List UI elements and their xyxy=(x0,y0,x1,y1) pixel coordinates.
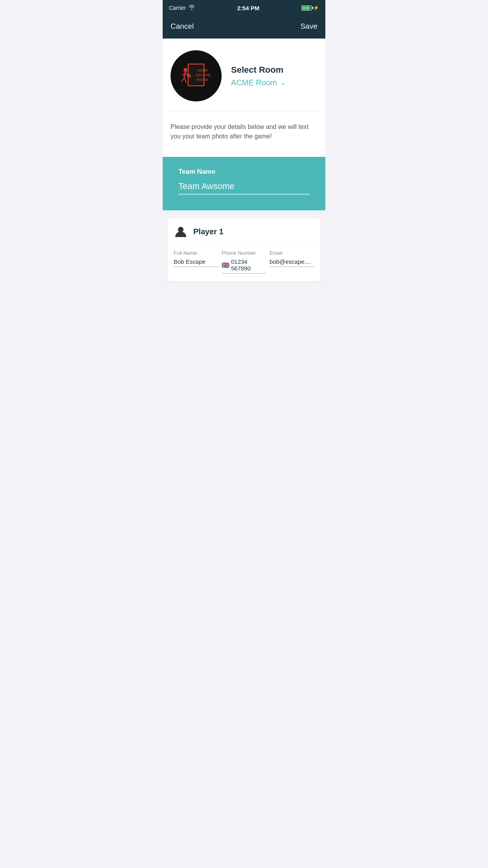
info-text: Please provide your details below and we… xyxy=(171,122,317,141)
svg-text:ACME: ACME xyxy=(197,68,208,72)
wifi-icon xyxy=(188,5,195,11)
svg-line-7 xyxy=(185,73,188,75)
team-name-input[interactable] xyxy=(178,181,310,195)
team-name-label: Team Name xyxy=(178,168,310,176)
svg-line-4 xyxy=(182,78,184,82)
full-name-label: Full Name xyxy=(174,250,218,256)
carrier-info: Carrier xyxy=(169,5,195,11)
status-bar: Carrier 2:54 PM ⚡ xyxy=(163,0,325,16)
email-value[interactable]: bob@escape.... xyxy=(270,258,314,267)
phone-number-text: 01234 567890 xyxy=(231,258,266,272)
svg-line-5 xyxy=(184,78,186,83)
selected-room-text: ACME Room xyxy=(231,78,277,87)
full-name-field: Full Name Bob Escape xyxy=(174,250,218,274)
player-header: Player 1 xyxy=(167,218,321,244)
player-fields: Full Name Bob Escape Phone Number 🇬🇧 012… xyxy=(167,244,321,281)
full-name-value[interactable]: Bob Escape xyxy=(174,258,218,267)
acme-logo-svg: ACME ESCAPE ROOM xyxy=(174,58,218,94)
charging-icon: ⚡ xyxy=(313,5,319,11)
info-text-section: Please provide your details below and we… xyxy=(163,111,325,157)
room-selector-section: ACME ESCAPE ROOM Select Room ACME Room ⌄ xyxy=(163,39,325,111)
flag-icon: 🇬🇧 xyxy=(222,261,229,269)
chevron-down-icon: ⌄ xyxy=(280,78,286,87)
nav-bar: Cancel Save xyxy=(163,16,325,39)
email-label: Email xyxy=(270,250,314,256)
person-icon xyxy=(174,224,188,239)
battery-area: ⚡ xyxy=(301,5,319,11)
room-dropdown[interactable]: ACME Room ⌄ xyxy=(231,78,317,87)
cancel-button[interactable]: Cancel xyxy=(171,22,194,31)
room-info: Select Room ACME Room ⌄ xyxy=(231,65,317,87)
svg-text:ESCAPE: ESCAPE xyxy=(196,73,211,77)
player-avatar xyxy=(174,224,188,239)
svg-point-12 xyxy=(178,227,183,232)
select-room-label: Select Room xyxy=(231,65,317,75)
battery-icon xyxy=(301,6,312,11)
player-label: Player 1 xyxy=(193,227,224,236)
phone-field: Phone Number 🇬🇧 01234 567890 xyxy=(222,250,266,274)
players-section: Player 1 Full Name Bob Escape Phone Numb… xyxy=(163,210,325,289)
main-content: ACME ESCAPE ROOM Select Room ACME Room ⌄… xyxy=(163,39,325,157)
svg-text:ROOM: ROOM xyxy=(197,78,208,82)
phone-value[interactable]: 🇬🇧 01234 567890 xyxy=(222,258,266,274)
team-name-section: Team Name xyxy=(163,157,325,210)
email-field: Email bob@escape.... xyxy=(270,250,314,274)
battery-fill xyxy=(302,6,310,10)
carrier-text: Carrier xyxy=(169,5,186,11)
time-display: 2:54 PM xyxy=(237,5,260,11)
player-card: Player 1 Full Name Bob Escape Phone Numb… xyxy=(167,218,321,281)
phone-label: Phone Number xyxy=(222,250,266,256)
save-button[interactable]: Save xyxy=(301,22,317,31)
brand-logo: ACME ESCAPE ROOM xyxy=(171,50,222,101)
